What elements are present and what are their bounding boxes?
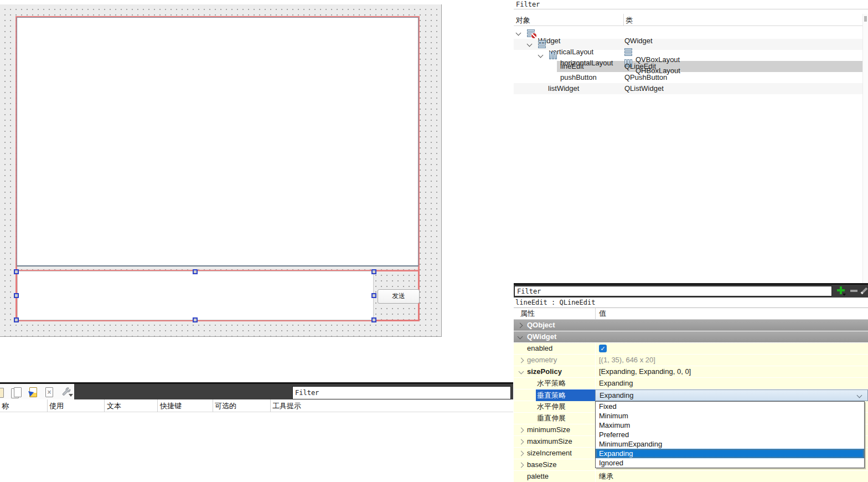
selection-handle-mid-left[interactable] [14,293,19,298]
new-action-icon[interactable] [0,388,4,398]
column-header-shortcut[interactable]: 快捷键 [160,401,182,411]
group-label: QObject [527,320,555,331]
column-header-property[interactable]: 属性 [520,309,535,319]
list-widget-preview[interactable] [17,17,418,266]
selection-handle-bottom-left[interactable] [14,317,19,322]
object-inspector-filter-input[interactable] [514,0,868,9]
send-button-preview[interactable]: 发送 [378,289,420,304]
selection-handle-top-right[interactable] [371,269,376,274]
column-separator[interactable] [213,399,213,412]
tree-row-line-edit[interactable]: lineEdit QLineEdit [514,61,862,72]
tree-row-list-widget[interactable]: listWidget QListWidget [514,83,862,94]
property-value[interactable]: Expanding [599,378,633,389]
property-row-palette[interactable]: palette 继承 [514,471,868,482]
add-property-button[interactable] [837,286,846,295]
chevron-down-icon[interactable] [857,393,862,398]
horizontal-layout-icon [549,52,557,59]
object-inspector-filter[interactable] [514,0,868,9]
expander-down-icon[interactable] [518,334,523,340]
tree-row-widget[interactable]: Widget QWidget [514,28,862,39]
column-header-name[interactable]: 称 [2,401,9,411]
property-filter-bar [514,285,868,298]
column-header-checkable[interactable]: 可选的 [215,401,236,411]
action-filter-input[interactable] [293,387,513,399]
expander-right-icon[interactable] [519,439,524,445]
column-separator[interactable] [623,14,624,26]
selection-handle-bottom-right[interactable] [371,317,376,322]
expander-down-icon[interactable] [538,53,544,58]
copy-action-icon[interactable] [11,387,23,398]
dropdown-option-preferred[interactable]: Preferred [596,430,864,439]
edit-action-icon[interactable] [28,387,39,398]
dropdown-option-expanding-selected[interactable]: Expanding [596,449,864,458]
selected-property-cell[interactable]: 垂直策略 [536,389,595,401]
expander-right-icon[interactable] [519,463,524,468]
column-header-class[interactable]: 类 [626,16,633,25]
delete-action-icon[interactable]: × [45,387,53,397]
dropdown-option-minimum-expanding[interactable]: MinimumExpanding [596,439,864,449]
column-header-used[interactable]: 使用 [49,401,64,411]
column-header-value[interactable]: 值 [599,309,606,319]
tree-row-push-button[interactable]: pushButton QPushButton [514,72,862,83]
expander-down-icon[interactable] [516,30,521,36]
property-row-enabled[interactable]: enabled ✓ [514,343,868,355]
column-separator[interactable] [157,399,158,412]
checked-checkbox[interactable]: ✓ [599,345,607,352]
class-name[interactable]: QLineEdit [624,61,656,72]
vertical-policy-combobox[interactable]: Expanding [595,389,868,401]
class-name[interactable]: QListWidget [624,83,664,94]
scrollbar-thumb[interactable] [864,16,867,22]
property-group-qobject[interactable]: QObject [514,320,868,331]
tree-row-vertical-layout[interactable]: verticalLayout QVBoxLayout [514,39,862,50]
selection-handle-mid-right[interactable] [371,293,376,298]
expander-right-icon[interactable] [519,451,524,457]
vertical-layout-icon [538,40,546,48]
expander-right-icon[interactable] [518,323,523,329]
configure-view-icon[interactable] [61,387,71,398]
dropdown-option-ignored[interactable]: Ignored [596,458,864,468]
selected-object-bar: lineEdit : QLineEdit [514,298,868,308]
delete-glyph: × [45,387,53,397]
column-separator[interactable] [47,399,48,412]
remove-property-button[interactable] [850,286,859,295]
dropdown-option-maximum[interactable]: Maximum [596,421,864,430]
property-label: 水平伸展 [537,401,566,412]
property-row-geometry[interactable]: geometry [(1, 35), 646 x 20] [514,355,868,366]
object-name[interactable]: pushButton [560,72,597,83]
selection-handle-bottom-mid[interactable] [193,317,198,322]
object-name[interactable]: lineEdit [560,61,584,72]
property-row-vertical-policy[interactable]: 垂直策略 Expanding [514,389,868,401]
object-name[interactable]: listWidget [548,83,579,94]
edit-properties-button[interactable] [860,286,868,295]
broken-layout-badge-icon [531,33,537,39]
form-designer-canvas[interactable]: 发送 [0,4,442,337]
column-header-object[interactable]: 对象 [516,16,530,25]
expander-right-icon[interactable] [519,358,524,363]
action-list-empty-area[interactable] [0,412,513,482]
line-edit-preview[interactable] [17,271,374,320]
action-filter[interactable] [292,386,511,399]
property-value[interactable]: [Expanding, Expanding, 0, 0] [599,366,691,377]
dropdown-option-fixed[interactable]: Fixed [596,402,864,411]
selection-handle-top-left[interactable] [14,269,19,274]
expander-down-icon[interactable] [519,369,524,375]
scrollbar-track[interactable] [862,14,868,283]
column-separator[interactable] [595,308,596,320]
column-separator[interactable] [104,399,105,412]
column-header-text[interactable]: 文本 [107,401,121,411]
class-name[interactable]: QPushButton [624,72,667,83]
dropdown-option-minimum[interactable]: Minimum [596,411,864,421]
property-row-size-policy[interactable]: sizePolicy [Expanding, Expanding, 0, 0] [514,366,868,378]
property-value[interactable]: [(1, 35), 646 x 20] [599,355,655,366]
expander-down-icon[interactable] [527,42,533,47]
property-filter-input[interactable] [514,286,832,296]
column-header-tooltip[interactable]: 工具提示 [272,401,301,411]
expander-right-icon[interactable] [519,428,524,433]
property-row-horizontal-policy[interactable]: 水平策略 Expanding [514,378,868,389]
property-value[interactable]: 继承 [599,471,613,482]
tree-row-horizontal-layout[interactable]: horizontalLayout QHBoxLayout [514,50,862,61]
vertical-policy-dropdown: Fixed Minimum Maximum Preferred MinimumE… [595,401,865,468]
column-separator[interactable] [270,399,271,412]
property-group-qwidget[interactable]: QWidget [514,331,868,343]
selection-handle-top-mid[interactable] [193,269,198,274]
